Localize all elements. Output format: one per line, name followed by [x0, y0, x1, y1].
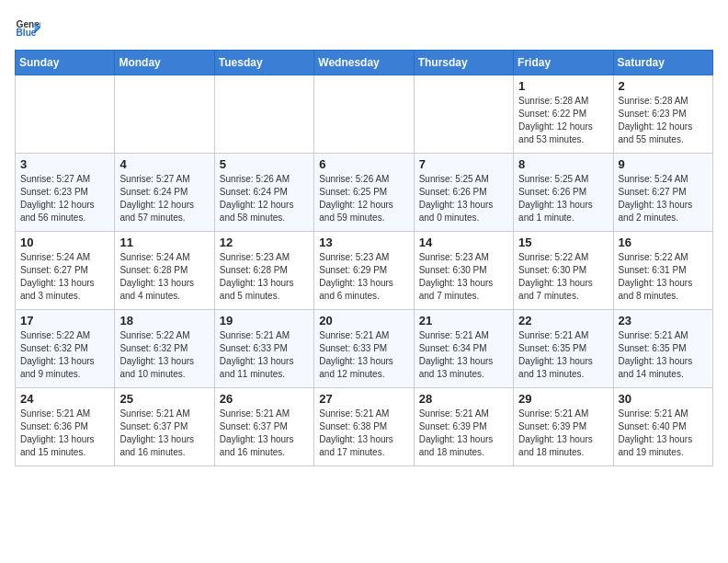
calendar-cell [414, 75, 513, 154]
calendar-cell: 21Sunrise: 5:21 AM Sunset: 6:34 PM Dayli… [414, 310, 513, 388]
calendar-cell: 27Sunrise: 5:21 AM Sunset: 6:38 PM Dayli… [314, 388, 414, 466]
day-number: 8 [518, 157, 608, 171]
day-info: Sunrise: 5:27 AM Sunset: 6:23 PM Dayligh… [20, 173, 109, 224]
day-number: 2 [619, 79, 708, 93]
day-info: Sunrise: 5:28 AM Sunset: 6:22 PM Dayligh… [518, 95, 608, 146]
day-info: Sunrise: 5:26 AM Sunset: 6:24 PM Dayligh… [220, 173, 309, 224]
calendar-cell: 2Sunrise: 5:28 AM Sunset: 6:23 PM Daylig… [613, 75, 712, 154]
day-number: 10 [20, 236, 109, 249]
day-info: Sunrise: 5:22 AM Sunset: 6:32 PM Dayligh… [20, 329, 109, 381]
day-info: Sunrise: 5:22 AM Sunset: 6:32 PM Dayligh… [119, 329, 209, 381]
day-number: 20 [319, 314, 408, 327]
calendar-table: SundayMondayTuesdayWednesdayThursdayFrid… [15, 50, 713, 466]
calendar-header-monday: Monday [115, 51, 214, 75]
calendar-cell: 12Sunrise: 5:23 AM Sunset: 6:28 PM Dayli… [214, 232, 313, 310]
day-number: 22 [518, 314, 608, 327]
day-number: 13 [319, 236, 408, 249]
calendar-cell: 16Sunrise: 5:22 AM Sunset: 6:31 PM Dayli… [613, 232, 712, 310]
day-number: 7 [419, 157, 508, 171]
calendar-header-friday: Friday [514, 51, 613, 75]
day-info: Sunrise: 5:21 AM Sunset: 6:34 PM Dayligh… [419, 329, 508, 381]
day-info: Sunrise: 5:21 AM Sunset: 6:39 PM Dayligh… [518, 408, 608, 459]
calendar-cell: 28Sunrise: 5:21 AM Sunset: 6:39 PM Dayli… [414, 388, 513, 466]
calendar-cell: 10Sunrise: 5:24 AM Sunset: 6:27 PM Dayli… [16, 232, 115, 310]
calendar-cell: 11Sunrise: 5:24 AM Sunset: 6:28 PM Dayli… [115, 232, 214, 310]
calendar-week-5: 24Sunrise: 5:21 AM Sunset: 6:36 PM Dayli… [16, 388, 713, 466]
day-info: Sunrise: 5:25 AM Sunset: 6:26 PM Dayligh… [518, 173, 608, 224]
day-info: Sunrise: 5:21 AM Sunset: 6:37 PM Dayligh… [220, 408, 309, 459]
day-info: Sunrise: 5:21 AM Sunset: 6:33 PM Dayligh… [220, 329, 309, 381]
day-info: Sunrise: 5:21 AM Sunset: 6:35 PM Dayligh… [619, 329, 708, 381]
day-number: 4 [119, 157, 209, 171]
calendar-header-wednesday: Wednesday [314, 51, 414, 75]
day-number: 5 [220, 157, 309, 171]
calendar-cell: 6Sunrise: 5:26 AM Sunset: 6:25 PM Daylig… [314, 154, 414, 232]
day-info: Sunrise: 5:23 AM Sunset: 6:29 PM Dayligh… [319, 251, 408, 303]
calendar-header: SundayMondayTuesdayWednesdayThursdayFrid… [16, 51, 713, 75]
calendar-cell: 19Sunrise: 5:21 AM Sunset: 6:33 PM Dayli… [214, 310, 313, 388]
calendar-cell: 7Sunrise: 5:25 AM Sunset: 6:26 PM Daylig… [414, 154, 513, 232]
day-number: 1 [518, 79, 608, 93]
day-info: Sunrise: 5:27 AM Sunset: 6:24 PM Dayligh… [119, 173, 209, 224]
calendar-cell: 29Sunrise: 5:21 AM Sunset: 6:39 PM Dayli… [514, 388, 613, 466]
day-number: 26 [220, 392, 309, 406]
calendar-cell [214, 75, 313, 154]
logo-icon: General Blue [15, 15, 40, 40]
day-number: 15 [518, 236, 608, 249]
page-header: General Blue [15, 15, 713, 40]
calendar-header-sunday: Sunday [16, 51, 115, 75]
day-number: 30 [619, 392, 708, 406]
day-info: Sunrise: 5:22 AM Sunset: 6:31 PM Dayligh… [619, 251, 708, 303]
day-info: Sunrise: 5:21 AM Sunset: 6:38 PM Dayligh… [319, 408, 408, 459]
calendar-week-1: 1Sunrise: 5:28 AM Sunset: 6:22 PM Daylig… [16, 75, 713, 154]
day-number: 14 [419, 236, 508, 249]
calendar-week-4: 17Sunrise: 5:22 AM Sunset: 6:32 PM Dayli… [16, 310, 713, 388]
calendar-cell: 14Sunrise: 5:23 AM Sunset: 6:30 PM Dayli… [414, 232, 513, 310]
day-info: Sunrise: 5:24 AM Sunset: 6:27 PM Dayligh… [619, 173, 708, 224]
calendar-cell: 8Sunrise: 5:25 AM Sunset: 6:26 PM Daylig… [514, 154, 613, 232]
calendar-cell: 3Sunrise: 5:27 AM Sunset: 6:23 PM Daylig… [16, 154, 115, 232]
calendar-cell: 17Sunrise: 5:22 AM Sunset: 6:32 PM Dayli… [16, 310, 115, 388]
svg-text:Blue: Blue [17, 28, 37, 38]
day-number: 21 [419, 314, 508, 327]
day-info: Sunrise: 5:26 AM Sunset: 6:25 PM Dayligh… [319, 173, 408, 224]
day-number: 28 [419, 392, 508, 406]
day-number: 19 [220, 314, 309, 327]
day-info: Sunrise: 5:21 AM Sunset: 6:39 PM Dayligh… [419, 408, 508, 459]
calendar-cell: 22Sunrise: 5:21 AM Sunset: 6:35 PM Dayli… [514, 310, 613, 388]
calendar-cell: 9Sunrise: 5:24 AM Sunset: 6:27 PM Daylig… [613, 154, 712, 232]
calendar-cell [115, 75, 214, 154]
day-number: 17 [20, 314, 109, 327]
calendar-header-tuesday: Tuesday [214, 51, 313, 75]
day-info: Sunrise: 5:28 AM Sunset: 6:23 PM Dayligh… [619, 95, 708, 146]
calendar-week-2: 3Sunrise: 5:27 AM Sunset: 6:23 PM Daylig… [16, 154, 713, 232]
calendar-cell [16, 75, 115, 154]
calendar-cell: 15Sunrise: 5:22 AM Sunset: 6:30 PM Dayli… [514, 232, 613, 310]
day-number: 23 [619, 314, 708, 327]
calendar-cell: 26Sunrise: 5:21 AM Sunset: 6:37 PM Dayli… [214, 388, 313, 466]
day-info: Sunrise: 5:21 AM Sunset: 6:35 PM Dayligh… [518, 329, 608, 381]
day-number: 9 [619, 157, 708, 171]
calendar-header-thursday: Thursday [414, 51, 513, 75]
calendar-week-3: 10Sunrise: 5:24 AM Sunset: 6:27 PM Dayli… [16, 232, 713, 310]
calendar-header-saturday: Saturday [613, 51, 712, 75]
calendar-cell: 24Sunrise: 5:21 AM Sunset: 6:36 PM Dayli… [16, 388, 115, 466]
calendar-cell: 1Sunrise: 5:28 AM Sunset: 6:22 PM Daylig… [514, 75, 613, 154]
calendar-cell: 13Sunrise: 5:23 AM Sunset: 6:29 PM Dayli… [314, 232, 414, 310]
day-number: 27 [319, 392, 408, 406]
day-info: Sunrise: 5:21 AM Sunset: 6:40 PM Dayligh… [619, 408, 708, 459]
day-number: 6 [319, 157, 408, 171]
day-info: Sunrise: 5:24 AM Sunset: 6:27 PM Dayligh… [20, 251, 109, 303]
day-number: 12 [220, 236, 309, 249]
day-info: Sunrise: 5:23 AM Sunset: 6:28 PM Dayligh… [220, 251, 309, 303]
day-number: 25 [119, 392, 209, 406]
calendar-cell: 20Sunrise: 5:21 AM Sunset: 6:33 PM Dayli… [314, 310, 414, 388]
day-number: 3 [20, 157, 109, 171]
day-info: Sunrise: 5:21 AM Sunset: 6:37 PM Dayligh… [119, 408, 209, 459]
calendar-cell: 18Sunrise: 5:22 AM Sunset: 6:32 PM Dayli… [115, 310, 214, 388]
calendar-cell: 4Sunrise: 5:27 AM Sunset: 6:24 PM Daylig… [115, 154, 214, 232]
day-number: 16 [619, 236, 708, 249]
day-number: 18 [119, 314, 209, 327]
calendar-cell: 23Sunrise: 5:21 AM Sunset: 6:35 PM Dayli… [613, 310, 712, 388]
day-number: 29 [518, 392, 608, 406]
